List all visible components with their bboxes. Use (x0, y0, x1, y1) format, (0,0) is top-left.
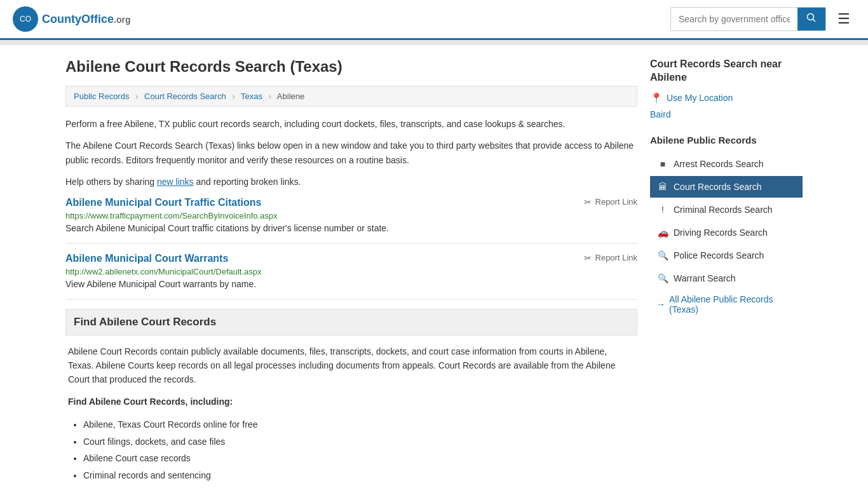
driving-records-icon: 🚗 (657, 227, 668, 238)
record-url-2: http://ww2.abilenetx.com/MunicipalCourt/… (65, 267, 637, 276)
police-records-icon: 🔍 (657, 250, 668, 261)
hamburger-menu-button[interactable]: ☰ (832, 8, 855, 30)
breadcrumb-abilene: Abilene (277, 92, 304, 101)
main-content: Abilene Court Records Search (Texas) Pub… (65, 58, 637, 488)
arrest-records-icon: ■ (657, 159, 668, 169)
find-section-list: Abilene, Texas Court Records online for … (68, 416, 635, 488)
sidebar-all-records-link[interactable]: → All Abilene Public Records (Texas) (650, 290, 803, 318)
sidebar: Court Records Search near Abilene 📍 Use … (650, 58, 803, 488)
description-3: Help others by sharing new links and rep… (65, 175, 637, 189)
list-item: Abilene, Texas Court Records online for … (83, 416, 635, 433)
list-item: Court filings, dockets, and case files (83, 433, 635, 451)
svg-text:CO: CO (20, 15, 31, 24)
court-records-icon: 🏛 (657, 182, 668, 192)
search-bar (670, 7, 826, 31)
svg-point-2 (808, 14, 814, 20)
find-section-desc: Abilene Court Records contain publicly a… (68, 344, 635, 387)
sidebar-public-records-section: Abilene Public Records ■ Arrest Records … (650, 132, 803, 318)
record-link-title-2[interactable]: Abilene Municipal Court Warrants (65, 253, 228, 264)
sidebar-nearby-baird[interactable]: Baird (650, 109, 803, 119)
criminal-records-icon: ! (657, 205, 668, 215)
logo-icon: CO (13, 6, 38, 32)
svg-line-3 (813, 20, 816, 22)
logo[interactable]: CO CountyOffice.org (13, 6, 130, 32)
breadcrumb: Public Records › Court Records Search › … (65, 86, 637, 107)
list-item: Criminal records and sentencing (83, 467, 635, 484)
divider-1 (65, 243, 637, 244)
record-desc-2: View Abilene Municipal Court warrants by… (65, 279, 637, 289)
sidebar-item-driving-records[interactable]: 🚗 Driving Records Search (650, 222, 803, 243)
search-input[interactable] (671, 9, 797, 29)
find-section-title: Find Abilene Court Records (65, 309, 637, 336)
breadcrumb-court-records[interactable]: Court Records Search (144, 92, 226, 101)
divider-2 (65, 299, 637, 300)
sidebar-item-warrant-search[interactable]: 🔍 Warrant Search (650, 268, 803, 289)
sidebar-public-records-title: Abilene Public Records (650, 132, 803, 146)
description-2: The Abilene Court Records Search (Texas)… (65, 139, 637, 167)
warrant-search-icon: 🔍 (657, 273, 668, 283)
list-item: Trial and appeal sentencing and rulings (83, 484, 635, 489)
report-link-button-1[interactable]: ✂ Report Link (584, 197, 637, 207)
record-link-title-1[interactable]: Abilene Municipal Court Traffic Citation… (65, 197, 261, 208)
breadcrumb-public-records[interactable]: Public Records (74, 92, 129, 101)
record-link-1: Abilene Municipal Court Traffic Citation… (65, 197, 637, 233)
find-section-list-header: Find Abilene Court Records, including: (68, 395, 635, 409)
find-section: Find Abilene Court Records Abilene Court… (65, 309, 637, 488)
record-link-2: Abilene Municipal Court Warrants ✂ Repor… (65, 253, 637, 289)
sidebar-item-court-records[interactable]: 🏛 Court Records Search (650, 176, 803, 198)
sidebar-nearby-section: Court Records Search near Abilene 📍 Use … (650, 58, 803, 119)
breadcrumb-texas[interactable]: Texas (241, 92, 262, 101)
page-title: Abilene Court Records Search (Texas) (65, 58, 637, 76)
sidebar-item-police-records[interactable]: 🔍 Police Records Search (650, 245, 803, 266)
record-desc-1: Search Abilene Municipal Court traffic c… (65, 223, 637, 233)
sidebar-item-criminal-records[interactable]: ! Criminal Records Search (650, 199, 803, 220)
report-icon-2: ✂ (584, 253, 592, 263)
list-item: Abilene Court case records (83, 450, 635, 467)
use-my-location-link[interactable]: 📍 Use My Location (650, 92, 803, 104)
logo-text: CountyOffice.org (42, 13, 130, 26)
description-1: Perform a free Abilene, TX public court … (65, 117, 637, 131)
sidebar-nearby-title: Court Records Search near Abilene (650, 58, 803, 85)
new-links-link[interactable]: new links (157, 177, 194, 187)
find-section-content: Abilene Court Records contain publicly a… (65, 344, 637, 488)
location-pin-icon: 📍 (650, 92, 663, 104)
report-link-button-2[interactable]: ✂ Report Link (584, 253, 637, 263)
sidebar-item-arrest-records[interactable]: ■ Arrest Records Search (650, 153, 803, 175)
record-url-1: https://www.trafficpayment.com/SearchByI… (65, 211, 637, 220)
arrow-right-icon: → (656, 299, 665, 309)
search-button[interactable] (797, 8, 825, 30)
header-divider (0, 40, 868, 45)
report-icon-1: ✂ (584, 197, 592, 207)
